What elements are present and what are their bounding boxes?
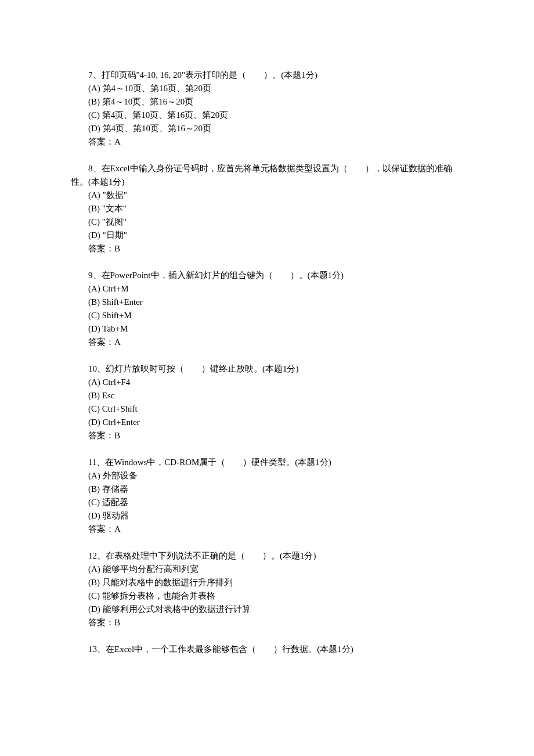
option-c: (C) 能够拆分表格，也能合并表格 xyxy=(71,589,463,603)
question-stem: 12、在表格处理中下列说法不正确的是（ ）。(本题1分) xyxy=(71,549,463,563)
option-b: (B) 只能对表格中的数据进行升序排列 xyxy=(71,576,463,589)
answer: 答案：A xyxy=(71,523,463,536)
option-a: (A) 能够平均分配行高和列宽 xyxy=(71,563,463,576)
option-a: (A) "数据" xyxy=(71,189,463,202)
option-c: (C) "视图" xyxy=(71,215,463,229)
question-11: 11、在Windows中，CD-ROM属于（ ）硬件类型。(本题1分) (A) … xyxy=(71,456,463,536)
option-d: (D) Ctrl+Enter xyxy=(71,416,463,429)
option-d: (D) "日期" xyxy=(71,229,463,242)
option-c: (C) Ctrl+Shift xyxy=(71,402,463,416)
question-7: 7、打印页码"4-10, 16, 20"表示打印的是（ ）。(本题1分) (A)… xyxy=(71,69,463,149)
question-9: 9、在PowerPoint中，插入新幻灯片的组合键为（ ）。(本题1分) (A)… xyxy=(71,269,463,349)
option-c: (C) 第4页、第10页、第16页、第20页 xyxy=(71,109,463,122)
question-stem: 13、在Excel中，一个工作表最多能够包含（ ）行数据。(本题1分) xyxy=(71,643,463,656)
option-d: (D) 驱动器 xyxy=(71,509,463,523)
answer: 答案：B xyxy=(71,242,463,255)
answer: 答案：A xyxy=(71,336,463,349)
question-stem: 7、打印页码"4-10, 16, 20"表示打印的是（ ）。(本题1分) xyxy=(71,69,463,82)
option-a: (A) Ctrl+F4 xyxy=(71,376,463,389)
option-a: (A) Ctrl+M xyxy=(71,282,463,296)
question-8: 8、在Excel中输入身份证号码时，应首先将单元格数据类型设置为（ ），以保证数… xyxy=(71,162,463,255)
option-a: (A) 第4～10页、第16页、第20页 xyxy=(71,82,463,95)
option-a: (A) 外部设备 xyxy=(71,469,463,483)
question-stem: 8、在Excel中输入身份证号码时，应首先将单元格数据类型设置为（ ），以保证数… xyxy=(71,162,463,189)
option-b: (B) 存储器 xyxy=(71,483,463,496)
question-stem: 11、在Windows中，CD-ROM属于（ ）硬件类型。(本题1分) xyxy=(71,456,463,469)
option-b: (B) Shift+Enter xyxy=(71,296,463,309)
option-c: (C) Shift+M xyxy=(71,309,463,322)
option-d: (D) 能够利用公式对表格中的数据进行计算 xyxy=(71,603,463,616)
answer: 答案：A xyxy=(71,135,463,149)
document-page: 7、打印页码"4-10, 16, 20"表示打印的是（ ）。(本题1分) (A)… xyxy=(0,0,534,756)
option-b: (B) 第4～10页、第16～20页 xyxy=(71,95,463,109)
question-stem: 9、在PowerPoint中，插入新幻灯片的组合键为（ ）。(本题1分) xyxy=(71,269,463,282)
question-stem: 10、幻灯片放映时可按（ ）键终止放映。(本题1分) xyxy=(71,362,463,376)
option-b: (B) Esc xyxy=(71,389,463,402)
question-12: 12、在表格处理中下列说法不正确的是（ ）。(本题1分) (A) 能够平均分配行… xyxy=(71,549,463,629)
question-10: 10、幻灯片放映时可按（ ）键终止放映。(本题1分) (A) Ctrl+F4 (… xyxy=(71,362,463,442)
answer: 答案：B xyxy=(71,429,463,442)
answer: 答案：B xyxy=(71,616,463,629)
option-d: (D) Tab+M xyxy=(71,322,463,336)
question-13: 13、在Excel中，一个工作表最多能够包含（ ）行数据。(本题1分) xyxy=(71,643,463,656)
option-d: (D) 第4页、第10页、第16～20页 xyxy=(71,122,463,135)
option-c: (C) 适配器 xyxy=(71,496,463,509)
option-b: (B) "文本" xyxy=(71,202,463,215)
